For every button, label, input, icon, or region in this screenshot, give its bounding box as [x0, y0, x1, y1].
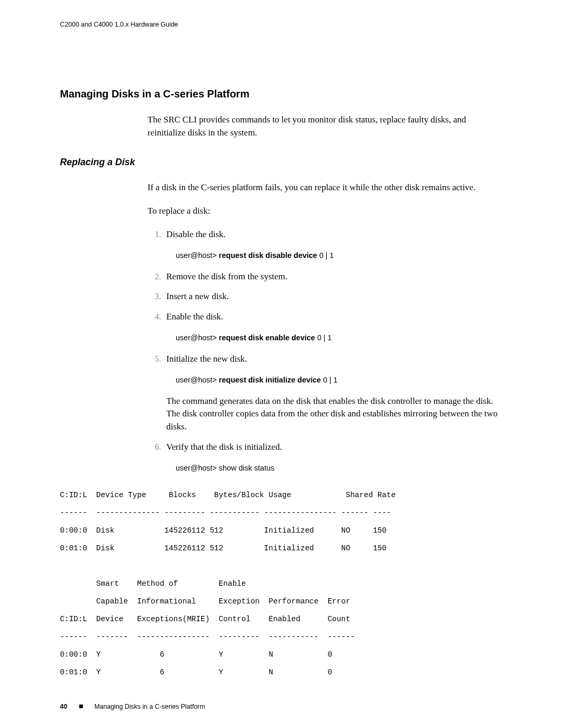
cmd-plain: show disk status: [219, 464, 274, 472]
running-header: C2000 and C4000 1.0.x Hardware Guide: [60, 21, 506, 28]
cmd-args: 0 | 1: [315, 334, 332, 342]
step-1: Disable the disk. user@host> request dis…: [163, 228, 506, 261]
page-footer: 40 Managing Disks in a C-series Platform: [60, 703, 205, 710]
steps-list: Disable the disk. user@host> request dis…: [148, 228, 506, 474]
step-text: Enable the disk.: [166, 312, 223, 322]
cmd-bold: request disk enable device: [219, 334, 315, 342]
step-4: Enable the disk. user@host> request disk…: [163, 311, 506, 343]
cmd-prompt: user@host>: [176, 464, 219, 472]
command-block: user@host> request disk enable device 0 …: [176, 332, 506, 343]
command-block: user@host> show disk status: [176, 463, 506, 473]
terminal-output: C:ID:L Device Type Blocks Bytes/Block Us…: [60, 486, 506, 682]
intro-paragraph: The SRC CLI provides commands to let you…: [148, 114, 506, 139]
cmd-prompt: user@host>: [176, 376, 219, 384]
step-text: Disable the disk.: [166, 229, 226, 239]
subsection-paragraph-1: If a disk in the C-series platform fails…: [148, 181, 506, 194]
cmd-bold: request disk disable device: [219, 251, 317, 260]
command-block: user@host> request disk initialize devic…: [176, 375, 506, 385]
section-heading: Managing Disks in a C-series Platform: [60, 88, 506, 100]
command-block: user@host> request disk disable device 0…: [176, 250, 506, 261]
step-text: Remove the disk from the system.: [166, 272, 287, 281]
footer-square-icon: [79, 705, 83, 708]
page-number: 40: [60, 703, 67, 710]
step-2: Remove the disk from the system.: [163, 270, 506, 283]
subsection-heading: Replacing a Disk: [60, 157, 506, 168]
step-5: Initialize the new disk. user@host> requ…: [163, 353, 506, 434]
cmd-args: 0 | 1: [321, 376, 338, 384]
cmd-prompt: user@host>: [176, 251, 219, 260]
subsection-paragraph-2: To replace a disk:: [148, 205, 506, 218]
step-text: Verify that the disk is initialized.: [166, 442, 282, 452]
step-note: The command generates data on the disk t…: [166, 395, 506, 434]
step-3: Insert a new disk.: [163, 290, 506, 303]
cmd-args: 0 | 1: [317, 251, 334, 260]
step-text: Insert a new disk.: [166, 291, 229, 301]
cmd-bold: request disk initialize device: [219, 376, 321, 384]
footer-title: Managing Disks in a C-series Platform: [94, 703, 205, 710]
step-text: Initialize the new disk.: [166, 354, 247, 364]
step-6: Verify that the disk is initialized. use…: [163, 441, 506, 474]
cmd-prompt: user@host>: [176, 334, 219, 342]
